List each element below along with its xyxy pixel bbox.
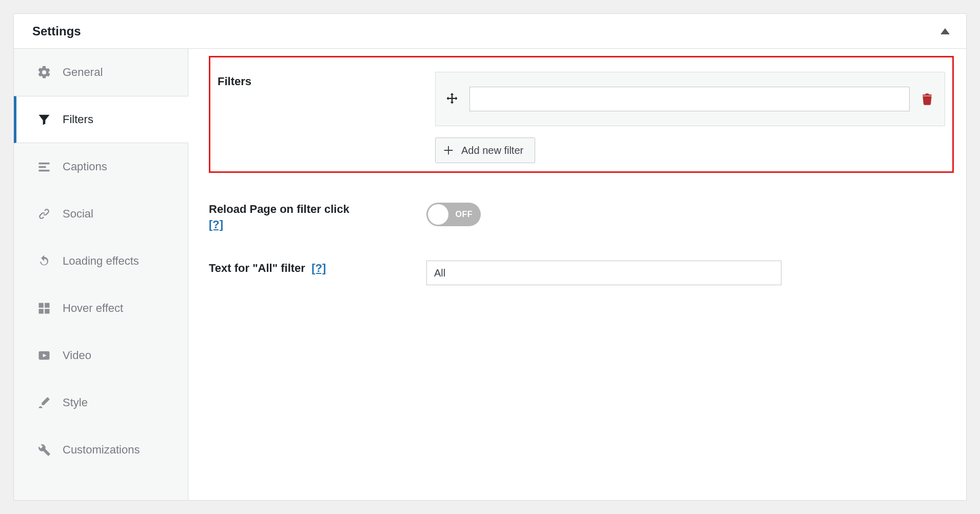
filters-highlight: Filters Ad [209,56,954,173]
svg-rect-6 [39,309,44,313]
sidebar-item-style[interactable]: Style [14,379,188,426]
sidebar-item-loading-effects[interactable]: Loading effects [14,238,188,285]
sidebar-item-label: Social [63,207,93,221]
sidebar-item-captions[interactable]: Captions [14,143,188,190]
all-text-help-link[interactable]: [?] [311,262,326,274]
link-icon [37,207,51,221]
sidebar-item-video[interactable]: Video [14,332,188,379]
all-text-label: Text for "All" filter [?] [209,261,414,276]
gear-icon [37,65,51,80]
content-area: Filters Ad [188,49,966,500]
sidebar-item-filters[interactable]: Filters [14,96,188,143]
delete-filter-button[interactable] [920,91,934,107]
reload-label: Reload Page on filter click [?] [209,202,414,232]
hover-icon [37,301,51,315]
add-filter-button[interactable]: Add new filter [435,137,535,163]
svg-rect-4 [39,303,44,308]
collapse-toggle[interactable] [940,28,950,34]
video-icon [37,348,51,363]
sidebar-item-label: Hover effect [63,302,123,315]
sidebar-item-label: General [63,66,103,79]
toggle-state-label: OFF [456,210,473,219]
sidebar-item-label: Loading effects [63,254,139,268]
sidebar-item-label: Style [63,396,88,409]
captions-icon [37,160,51,174]
wrench-icon [37,443,51,457]
toggle-knob [428,204,448,225]
add-filter-label: Add new filter [461,145,523,156]
reload-help-link[interactable]: [?] [209,218,223,231]
panel-title: Settings [32,24,81,38]
drag-handle-icon[interactable] [445,92,459,106]
all-text-input[interactable] [426,261,781,285]
sidebar-item-general[interactable]: General [14,49,188,96]
svg-marker-0 [940,28,950,34]
reload-row: Reload Page on filter click [?] OFF [209,202,954,232]
sidebar-item-customizations[interactable]: Customizations [14,426,188,473]
plus-icon [443,145,454,156]
reload-icon [37,254,51,268]
sidebar-item-label: Video [63,349,91,362]
sidebar-item-label: Captions [63,160,107,173]
svg-rect-3 [39,170,50,172]
filter-row [435,72,945,126]
panel-header: Settings [14,14,966,49]
brush-icon [37,396,51,410]
svg-rect-2 [39,166,46,168]
all-text-row: Text for "All" filter [?] [209,261,954,285]
filter-name-input[interactable] [469,87,910,111]
sidebar-item-label: Filters [63,113,93,126]
settings-panel: Settings General Filters [13,13,967,501]
filters-area: Add new filter [435,72,945,163]
filters-label: Filters [218,72,423,163]
svg-rect-7 [45,309,49,313]
reload-toggle[interactable]: OFF [426,203,481,226]
svg-rect-1 [39,163,50,165]
sidebar-item-label: Customizations [63,443,140,457]
panel-body: General Filters Captions Social [14,49,966,500]
sidebar-item-hover-effect[interactable]: Hover effect [14,285,188,332]
sidebar-item-social[interactable]: Social [14,190,188,238]
svg-rect-5 [45,303,49,308]
settings-sidebar: General Filters Captions Social [14,49,188,500]
filter-icon [37,112,51,127]
